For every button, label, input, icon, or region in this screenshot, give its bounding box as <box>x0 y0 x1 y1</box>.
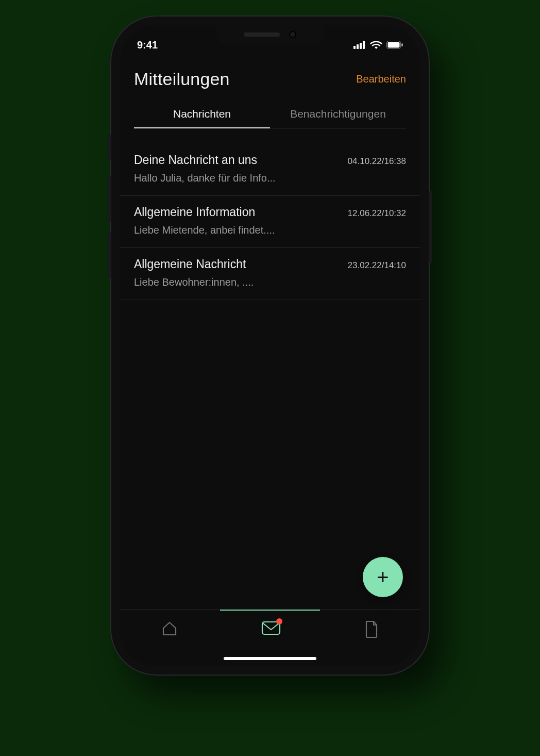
mute-switch <box>108 134 111 160</box>
message-preview: Liebe Mietende, anbei findet.... <box>134 224 406 236</box>
list-item[interactable]: Deine Nachricht an uns 04.10.22/16:38 Ha… <box>120 144 420 196</box>
tab-messages[interactable]: Nachrichten <box>134 102 270 128</box>
phone-frame: 9:41 <box>110 15 430 676</box>
wifi-icon <box>370 40 382 50</box>
list-item[interactable]: Allgemeine Nachricht 23.02.22/14:10 Lieb… <box>120 248 420 300</box>
svg-rect-0 <box>353 46 356 49</box>
front-camera <box>289 31 296 38</box>
unread-badge <box>276 618 282 624</box>
speaker-grille <box>244 32 280 37</box>
message-title: Allgemeine Nachricht <box>134 257 246 271</box>
message-timestamp: 12.06.22/10:32 <box>348 208 406 219</box>
page-title: Mitteilungen <box>134 69 230 89</box>
notch <box>216 25 324 44</box>
nav-home[interactable] <box>160 619 179 638</box>
svg-rect-2 <box>360 43 362 49</box>
battery-icon <box>386 41 403 49</box>
svg-rect-1 <box>357 44 359 49</box>
list-item[interactable]: Allgemeine Information 12.06.22/10:32 Li… <box>120 196 420 248</box>
document-icon <box>363 619 380 639</box>
edit-button[interactable]: Bearbeiten <box>356 73 406 85</box>
svg-rect-6 <box>401 43 403 46</box>
home-icon <box>160 619 179 638</box>
volume-up-button <box>108 175 111 222</box>
svg-rect-3 <box>363 41 365 49</box>
svg-rect-5 <box>388 42 400 48</box>
message-preview: Hallo Julia, danke für die Info... <box>134 172 406 184</box>
app-header: Mitteilungen Bearbeiten <box>120 56 420 96</box>
status-time: 9:41 <box>137 39 158 51</box>
message-title: Allgemeine Information <box>134 205 255 219</box>
tab-notifications[interactable]: Benachrichtigungen <box>270 102 406 128</box>
message-list: Deine Nachricht an uns 04.10.22/16:38 Ha… <box>120 128 420 610</box>
power-button <box>429 191 432 263</box>
cellular-icon <box>353 41 366 49</box>
nav-messages[interactable] <box>261 619 281 637</box>
screen: 9:41 <box>120 25 420 666</box>
message-timestamp: 23.02.22/14:10 <box>348 260 406 271</box>
message-title: Deine Nachricht an uns <box>134 153 257 167</box>
status-right <box>353 40 403 50</box>
volume-down-button <box>108 232 111 278</box>
message-preview: Liebe Bewohner:innen, .... <box>134 276 406 288</box>
compose-fab[interactable]: + <box>363 557 403 597</box>
home-indicator[interactable] <box>224 657 316 660</box>
plus-icon: + <box>377 566 389 589</box>
nav-documents[interactable] <box>363 619 380 639</box>
nav-active-indicator <box>220 610 320 611</box>
tab-bar: Nachrichten Benachrichtigungen <box>120 96 420 128</box>
message-timestamp: 04.10.22/16:38 <box>348 156 406 167</box>
